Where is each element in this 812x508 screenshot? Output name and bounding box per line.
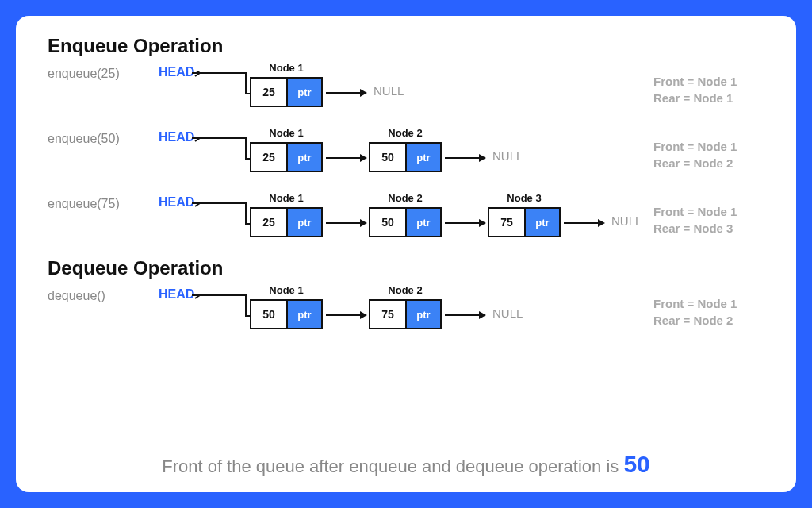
front-text: Front = Node 1	[653, 295, 764, 312]
node-group: Node 1 50 ptr	[250, 284, 323, 329]
node-box: 75 ptr	[488, 207, 561, 237]
arrow-icon	[323, 208, 369, 238]
op-label: enqueue(50)	[48, 127, 143, 146]
node-box: 50 ptr	[369, 142, 442, 172]
front-text: Front = Node 1	[653, 203, 764, 220]
node-box: 50 ptr	[369, 207, 442, 237]
front-text: Front = Node 1	[653, 73, 764, 90]
node-label: Node 2	[388, 127, 422, 139]
nodes-area: Node 1 25 ptr Node 2 50 ptr Node 3 75	[250, 192, 642, 238]
row-enqueue-50: enqueue(50) HEAD Node 1 25 ptr Node 2 50…	[48, 127, 764, 184]
node-label: Node 1	[269, 192, 303, 204]
arrow-icon	[323, 300, 369, 330]
node-value: 50	[251, 301, 286, 328]
node-group: Node 2 50 ptr	[369, 192, 442, 237]
arrow-icon	[323, 143, 369, 173]
node-ptr: ptr	[405, 301, 440, 328]
arrow-icon	[323, 78, 369, 108]
null-label: NULL	[611, 214, 642, 228]
node-label: Node 1	[269, 62, 303, 74]
enqueue-title: Enqueue Operation	[48, 35, 764, 57]
status-text: Front = Node 1 Rear = Node 2	[653, 138, 764, 171]
row-enqueue-75: enqueue(75) HEAD Node 1 25 ptr Node 2 50…	[48, 192, 764, 249]
head-label: HEAD	[159, 130, 194, 144]
status-text: Front = Node 1 Rear = Node 2	[653, 295, 764, 329]
node-value: 25	[251, 79, 286, 106]
node-group: Node 1 25 ptr	[250, 192, 323, 237]
node-label: Node 2	[388, 192, 422, 204]
row-dequeue: dequeue() HEAD Node 1 50 ptr Node 2 75 p…	[48, 284, 764, 341]
head-label: HEAD	[159, 65, 194, 79]
node-value: 25	[251, 209, 286, 236]
node-box: 75 ptr	[369, 299, 442, 329]
summary-prefix: Front of the queue after enqueue and deq…	[162, 456, 623, 476]
front-text: Front = Node 1	[653, 138, 764, 155]
summary-text: Front of the queue after enqueue and deq…	[16, 451, 796, 478]
node-box: 25 ptr	[250, 207, 323, 237]
null-label: NULL	[492, 306, 523, 320]
node-group: Node 1 25 ptr	[250, 127, 323, 172]
node-box: 25 ptr	[250, 77, 323, 107]
node-ptr: ptr	[405, 144, 440, 171]
status-text: Front = Node 1 Rear = Node 1	[653, 73, 764, 106]
node-ptr: ptr	[405, 209, 440, 236]
null-label: NULL	[373, 84, 404, 98]
op-label: dequeue()	[48, 284, 143, 303]
node-group: Node 2 50 ptr	[369, 127, 442, 172]
node-ptr: ptr	[286, 79, 321, 106]
arrow-icon	[442, 143, 488, 173]
head-arrow-icon	[192, 294, 251, 329]
node-ptr: ptr	[286, 301, 321, 328]
head-arrow-icon	[192, 202, 251, 237]
node-group: Node 3 75 ptr	[488, 192, 561, 237]
diagram-card: Enqueue Operation enqueue(25) HEAD Node …	[16, 16, 796, 492]
status-text: Front = Node 1 Rear = Node 3	[653, 203, 764, 237]
op-label: enqueue(75)	[48, 192, 143, 211]
head-arrow-icon	[192, 137, 251, 172]
rear-text: Rear = Node 2	[653, 312, 764, 329]
head-label: HEAD	[159, 195, 194, 210]
head-arrow-icon	[192, 71, 251, 107]
node-label: Node 2	[388, 284, 422, 296]
row-enqueue-25: enqueue(25) HEAD Node 1 25 ptr NULL Fron…	[48, 62, 764, 119]
op-label: enqueue(25)	[48, 62, 143, 81]
node-box: 25 ptr	[250, 142, 323, 172]
arrow-icon	[442, 300, 488, 330]
null-label: NULL	[492, 149, 523, 163]
node-ptr: ptr	[286, 209, 321, 236]
arrow-icon	[442, 208, 488, 238]
node-ptr: ptr	[524, 209, 559, 236]
nodes-area: Node 1 25 ptr Node 2 50 ptr NULL	[250, 127, 523, 173]
nodes-area: Node 1 25 ptr NULL	[250, 62, 404, 108]
node-label: Node 3	[507, 192, 541, 204]
node-value: 75	[370, 301, 405, 328]
node-label: Node 1	[269, 127, 303, 139]
head-label: HEAD	[159, 287, 194, 302]
dequeue-title: Dequeue Operation	[48, 257, 764, 279]
node-label: Node 1	[269, 284, 303, 296]
node-group: Node 1 25 ptr	[250, 62, 323, 107]
arrow-icon	[561, 208, 607, 238]
node-value: 50	[370, 209, 405, 236]
node-value: 75	[489, 209, 524, 236]
node-group: Node 2 75 ptr	[369, 284, 442, 329]
summary-value: 50	[623, 451, 649, 477]
node-value: 25	[251, 144, 286, 171]
nodes-area: Node 1 50 ptr Node 2 75 ptr NULL	[250, 284, 523, 330]
node-box: 50 ptr	[250, 299, 323, 329]
node-ptr: ptr	[286, 144, 321, 171]
rear-text: Rear = Node 1	[653, 90, 764, 106]
rear-text: Rear = Node 3	[653, 220, 764, 237]
rear-text: Rear = Node 2	[653, 155, 764, 171]
node-value: 50	[370, 144, 405, 171]
